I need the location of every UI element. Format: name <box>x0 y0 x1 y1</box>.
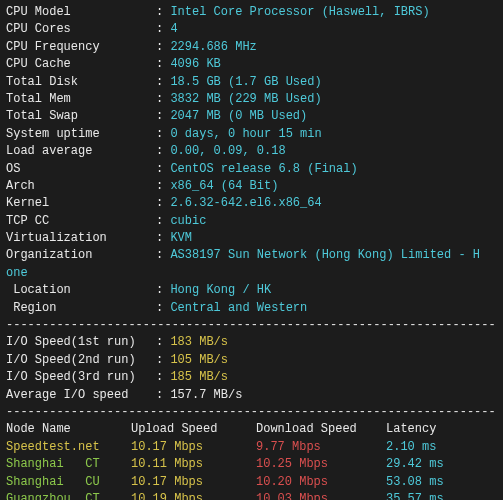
table-row: Speedtest.net10.17 Mbps9.77 Mbps2.10 ms <box>6 439 497 456</box>
info-label: CPU Model <box>6 4 156 21</box>
info-separator: : <box>156 370 170 384</box>
info-label: Average I/O speed <box>6 387 156 404</box>
info-label: Location <box>6 282 156 299</box>
info-label: CPU Cache <box>6 56 156 73</box>
divider-line: ----------------------------------------… <box>6 317 497 334</box>
info-separator: : <box>156 40 170 54</box>
info-row: Location: Hong Kong / HK <box>6 282 497 299</box>
info-value: 0.00, 0.09, 0.18 <box>170 144 285 158</box>
info-separator: : <box>156 196 170 210</box>
download-speed: 10.25 Mbps <box>256 456 386 473</box>
info-value: 2.6.32-642.el6.x86_64 <box>170 196 321 210</box>
info-row: I/O Speed(3rd run): 185 MB/s <box>6 369 497 386</box>
info-separator: : <box>156 5 170 19</box>
info-label: Total Swap <box>6 108 156 125</box>
node-name: Guangzhou CT <box>6 491 131 500</box>
info-row: Virtualization: KVM <box>6 230 497 247</box>
table-header-up: Upload Speed <box>131 421 256 438</box>
info-value: 2294.686 MHz <box>170 40 256 54</box>
info-row: Average I/O speed: 157.7 MB/s <box>6 387 497 404</box>
info-row: Load average: 0.00, 0.09, 0.18 <box>6 143 497 160</box>
upload-speed: 10.17 Mbps <box>131 439 256 456</box>
info-value: CentOS release 6.8 (Final) <box>170 162 357 176</box>
upload-speed: 10.19 Mbps <box>131 491 256 500</box>
info-row: Organization: AS38197 Sun Network (Hong … <box>6 247 497 264</box>
info-row: OS: CentOS release 6.8 (Final) <box>6 161 497 178</box>
info-label: Region <box>6 300 156 317</box>
info-value: 4 <box>170 22 177 36</box>
upload-speed: 10.11 Mbps <box>131 456 256 473</box>
latency: 29.42 ms <box>386 456 476 473</box>
info-label: Total Disk <box>6 74 156 91</box>
info-separator: : <box>156 353 170 367</box>
download-speed: 9.77 Mbps <box>256 439 386 456</box>
info-row: Total Swap: 2047 MB (0 MB Used) <box>6 108 497 125</box>
info-label: TCP CC <box>6 213 156 230</box>
info-row: I/O Speed(2nd run): 105 MB/s <box>6 352 497 369</box>
node-name: Shanghai CT <box>6 456 131 473</box>
info-row: Kernel: 2.6.32-642.el6.x86_64 <box>6 195 497 212</box>
table-row: Shanghai CU10.17 Mbps10.20 Mbps53.08 ms <box>6 474 497 491</box>
info-separator: : <box>156 162 170 176</box>
info-separator: : <box>156 388 170 402</box>
info-label: Load average <box>6 143 156 160</box>
table-header-node: Node Name <box>6 421 131 438</box>
info-label: I/O Speed(1st run) <box>6 334 156 351</box>
info-value: 185 MB/s <box>170 370 228 384</box>
info-separator: : <box>156 248 170 262</box>
node-name: Shanghai CU <box>6 474 131 491</box>
info-label: Arch <box>6 178 156 195</box>
info-row: TCP CC: cubic <box>6 213 497 230</box>
info-label: CPU Frequency <box>6 39 156 56</box>
table-row: Shanghai CT10.11 Mbps10.25 Mbps29.42 ms <box>6 456 497 473</box>
info-label: Organization <box>6 247 156 264</box>
info-label: System uptime <box>6 126 156 143</box>
info-value: KVM <box>170 231 192 245</box>
info-separator: : <box>156 301 170 315</box>
table-row: Guangzhou CT10.19 Mbps10.03 Mbps35.57 ms <box>6 491 497 500</box>
info-row: CPU Cores: 4 <box>6 21 497 38</box>
location-block: Location: Hong Kong / HK Region: Central… <box>6 282 497 317</box>
info-label: OS <box>6 161 156 178</box>
info-row: CPU Model: Intel Core Processor (Haswell… <box>6 4 497 21</box>
info-separator: : <box>156 179 170 193</box>
info-row: Total Disk: 18.5 GB (1.7 GB Used) <box>6 74 497 91</box>
info-row: Arch: x86_64 (64 Bit) <box>6 178 497 195</box>
info-row: Total Mem: 3832 MB (229 MB Used) <box>6 91 497 108</box>
info-value: cubic <box>170 214 206 228</box>
info-separator: : <box>156 283 170 297</box>
info-value: 183 MB/s <box>170 335 228 349</box>
info-separator: : <box>156 144 170 158</box>
info-separator: : <box>156 231 170 245</box>
info-row: CPU Cache: 4096 KB <box>6 56 497 73</box>
info-value: AS38197 Sun Network (Hong Kong) Limited … <box>170 248 480 262</box>
info-value: 2047 MB (0 MB Used) <box>170 109 307 123</box>
download-speed: 10.03 Mbps <box>256 491 386 500</box>
info-label: Total Mem <box>6 91 156 108</box>
info-label: I/O Speed(3rd run) <box>6 369 156 386</box>
info-row: CPU Frequency: 2294.686 MHz <box>6 39 497 56</box>
info-value: Central and Western <box>170 301 307 315</box>
info-value: 4096 KB <box>170 57 220 71</box>
upload-speed: 10.17 Mbps <box>131 474 256 491</box>
info-separator: : <box>156 335 170 349</box>
info-row: I/O Speed(1st run): 183 MB/s <box>6 334 497 351</box>
info-separator: : <box>156 57 170 71</box>
speedtest-table: Node NameUpload SpeedDownload SpeedLaten… <box>6 421 497 500</box>
info-value: 105 MB/s <box>170 353 228 367</box>
node-name: Speedtest.net <box>6 439 131 456</box>
table-header-row: Node NameUpload SpeedDownload SpeedLaten… <box>6 421 497 438</box>
info-value: Hong Kong / HK <box>170 283 271 297</box>
info-value: 0 days, 0 hour 15 min <box>170 127 321 141</box>
info-separator: : <box>156 127 170 141</box>
divider-line: ----------------------------------------… <box>6 404 497 421</box>
info-value: 157.7 MB/s <box>170 388 242 402</box>
info-row: System uptime: 0 days, 0 hour 15 min <box>6 126 497 143</box>
info-separator: : <box>156 22 170 36</box>
download-speed: 10.20 Mbps <box>256 474 386 491</box>
latency: 35.57 ms <box>386 491 476 500</box>
info-label: Kernel <box>6 195 156 212</box>
info-separator: : <box>156 92 170 106</box>
table-header-lat: Latency <box>386 421 476 438</box>
info-value: Intel Core Processor (Haswell, IBRS) <box>170 5 429 19</box>
